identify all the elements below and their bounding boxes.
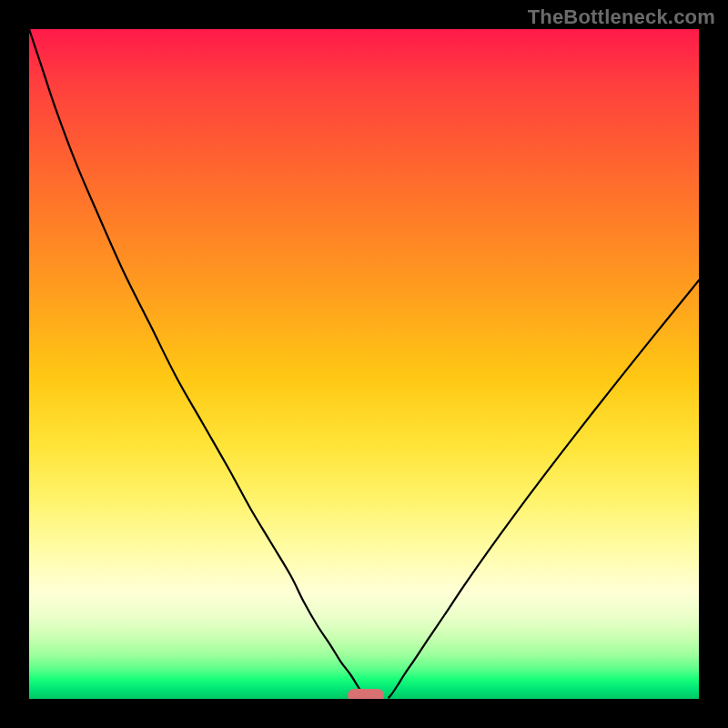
curve-right xyxy=(389,280,699,698)
watermark-text: TheBottleneck.com xyxy=(528,5,715,29)
curve-left xyxy=(29,29,366,698)
optimal-marker xyxy=(348,689,384,699)
plot-area xyxy=(29,29,699,699)
curves-svg xyxy=(29,29,699,699)
chart-frame: TheBottleneck.com xyxy=(0,0,728,728)
